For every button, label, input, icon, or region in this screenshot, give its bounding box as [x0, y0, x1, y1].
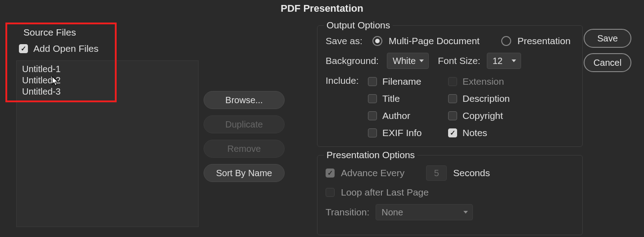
filename-checkbox[interactable] — [368, 77, 377, 86]
output-options-group: Output Options Save as: Multi-Page Docum… — [317, 25, 583, 147]
cancel-button[interactable]: Cancel — [584, 53, 631, 72]
exif-checkbox[interactable] — [368, 128, 377, 137]
include-label: Include: — [326, 75, 366, 86]
author-checkbox[interactable] — [368, 111, 377, 120]
presentation-options-group: Presentation Options Advance Every Secon… — [317, 155, 583, 235]
title-checkbox[interactable] — [368, 94, 377, 103]
filename-label: Filename — [382, 76, 421, 87]
advance-seconds-input — [426, 165, 447, 181]
presentation-radio[interactable] — [501, 36, 511, 46]
background-select[interactable]: White — [387, 53, 429, 69]
exif-label: EXIF Info — [382, 128, 422, 138]
options-panel: Output Options Save as: Multi-Page Docum… — [308, 19, 639, 237]
presentation-label: Presentation — [517, 36, 571, 46]
extension-label: Extension — [463, 76, 504, 87]
description-checkbox[interactable] — [448, 94, 457, 103]
notes-checkbox[interactable] — [448, 128, 457, 137]
list-item[interactable]: Untitled-1 — [22, 64, 193, 75]
transition-select: None — [376, 204, 473, 220]
source-panel: Source Files Add Open Files Untitled-1 U… — [5, 19, 303, 237]
save-as-label: Save as: — [326, 36, 366, 46]
font-size-select[interactable]: 12 — [487, 53, 521, 69]
font-size-label: Font Size: — [438, 55, 481, 66]
loop-label: Loop after Last Page — [341, 187, 429, 198]
extension-checkbox — [448, 77, 457, 86]
loop-checkbox — [326, 188, 335, 197]
window-title: PDF Presentation — [0, 0, 644, 19]
copyright-checkbox[interactable] — [448, 111, 457, 120]
description-label: Description — [463, 93, 510, 104]
save-button[interactable]: Save — [584, 29, 631, 48]
duplicate-button[interactable]: Duplicate — [204, 115, 285, 133]
list-item[interactable]: Untitled-3 — [22, 86, 193, 97]
multi-page-label: Multi-Page Document — [389, 36, 480, 46]
notes-label: Notes — [463, 128, 487, 138]
remove-button[interactable]: Remove — [204, 140, 285, 158]
source-files-title: Source Files — [23, 27, 204, 38]
copyright-label: Copyright — [463, 110, 503, 121]
multi-page-radio[interactable] — [372, 36, 382, 46]
add-open-files-checkbox[interactable] — [19, 44, 28, 53]
background-label: Background: — [326, 55, 381, 66]
title-label: Title — [382, 93, 400, 104]
add-open-files-label: Add Open Files — [33, 43, 99, 54]
presentation-options-title: Presentation Options — [324, 150, 417, 160]
advance-checkbox — [326, 169, 335, 178]
transition-label: Transition: — [326, 207, 369, 218]
advance-label: Advance Every — [341, 168, 404, 178]
browse-button[interactable]: Browse... — [204, 91, 285, 109]
output-options-title: Output Options — [324, 20, 393, 31]
file-list[interactable]: Untitled-1 Untitled-2 Untitled-3 — [16, 60, 199, 227]
author-label: Author — [382, 110, 410, 121]
sort-by-name-button[interactable]: Sort By Name — [204, 164, 285, 182]
seconds-label: Seconds — [453, 168, 490, 178]
list-item[interactable]: Untitled-2 — [22, 75, 193, 86]
